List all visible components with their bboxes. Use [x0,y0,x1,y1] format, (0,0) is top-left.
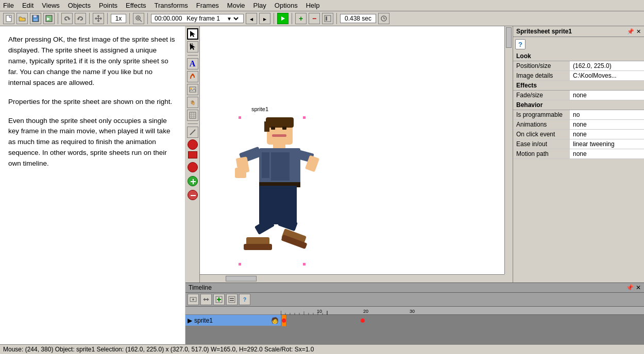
select-tool[interactable] [187,28,198,40]
export-button[interactable]: ▶ [43,13,55,24]
svg-marker-16 [190,31,195,37]
menu-points[interactable]: Points [99,2,117,9]
hand-tool[interactable] [187,97,198,108]
menu-help[interactable]: Help [306,2,320,9]
menu-edit[interactable]: Edit [22,2,33,9]
pin-icon[interactable]: 📌 [627,28,634,35]
tl-add-keyframe[interactable] [188,294,199,305]
menu-play[interactable]: Play [253,2,266,9]
right-panel-header: Spritesheet sprite1 📌 ✕ [513,26,644,37]
timeline-close-icon[interactable]: ✕ [636,284,641,291]
canvas-container[interactable]: sprite1 [200,26,513,282]
prop-label-ease: Ease in/out [513,139,570,149]
svg-rect-22 [191,101,192,104]
tl-move[interactable] [200,294,212,305]
scrollbar-thumb-v[interactable] [506,27,512,48]
vtoolbar-sep-2 [188,123,198,124]
prop-label-position: Position/size [513,61,570,70]
svg-rect-12 [326,16,327,21]
timeline-names: ▶ sprite1 🧑 [185,307,281,326]
frame-select[interactable]: ▼ [225,15,240,22]
sprite-name-label: sprite1 [251,106,268,112]
menu-transforms[interactable]: Transforms [155,2,188,9]
menu-effects[interactable]: Effects [126,2,146,9]
svg-line-15 [384,19,385,19]
play-button[interactable] [277,13,289,24]
section-effects: Effects [513,81,644,91]
prop-label-animations: Animations [513,120,570,129]
clock-button[interactable] [378,13,389,24]
menu-movie[interactable]: Movie [227,2,245,9]
prop-row-motion: Motion path none [513,149,644,159]
tl-help[interactable]: ? [239,294,250,305]
tl-add-frame-btn[interactable] [213,294,225,305]
prop-row-fade: Fade/size none [513,91,644,100]
grid-tool[interactable] [187,110,198,121]
image-tool[interactable] [187,84,198,95]
pan-button[interactable] [93,13,104,24]
frame-options-button[interactable] [322,13,333,24]
prev-frame-button[interactable] [246,13,257,24]
open-button[interactable] [16,13,28,24]
prop-value-fade: none [570,91,644,100]
prop-row-image: Image details C:\KoolMoves... [513,71,644,81]
text-tool[interactable]: A [187,58,198,69]
toolbar-separator-4 [129,13,130,24]
remove-frame-button[interactable]: − [309,13,320,24]
intro-paragraph-2: Properties for the sprite sheet are show… [8,97,177,108]
timeline-track-name[interactable]: ▶ sprite1 🧑 [185,315,281,326]
left-panel: After pressing OK, the first image of th… [0,26,185,344]
menu-frames[interactable]: Frames [196,2,219,9]
frame-label: Key frame 1 [187,15,220,22]
minus-button[interactable] [188,190,198,200]
motion-tool[interactable] [187,71,198,82]
menu-file[interactable]: File [3,2,14,9]
toolbar-separator-5 [147,13,148,24]
svg-rect-33 [266,117,294,128]
menu-views[interactable]: Views [42,2,59,9]
section-look: Look [513,51,644,61]
line-tool[interactable] [187,127,198,138]
canvas-corner [504,274,513,282]
track-name: sprite1 [194,317,213,324]
select-partial-tool[interactable] [187,41,198,52]
redo-button[interactable] [75,13,86,24]
circle-red-2[interactable] [188,162,198,172]
svg-rect-23 [190,112,196,118]
track-icon: ▶ [188,317,192,324]
menu-objects[interactable]: Objects [68,2,91,9]
svg-point-21 [190,88,192,90]
section-behavior: Behavior [513,100,644,110]
timeline: Timeline 📌 ✕ ? [185,282,644,344]
timeline-frames[interactable]: 10 20 30 [281,307,644,326]
undo-button[interactable] [61,13,73,24]
prop-row-programmable: Is programmable no [513,110,644,120]
ruler-ticks [281,307,644,315]
intro-paragraph-1: After pressing OK, the first image of th… [8,34,177,88]
help-button[interactable]: ? [515,39,526,49]
scrollbar-thumb-h[interactable] [226,276,257,281]
zoom-in-button[interactable] [133,13,144,24]
main-layout: After pressing OK, the first image of th… [0,26,644,344]
save-button[interactable] [30,13,41,24]
circle-red[interactable] [188,139,198,150]
vertical-toolbar: A [185,26,200,282]
close-icon[interactable]: ✕ [636,28,641,35]
timeline-frame-row [281,315,644,326]
prop-value-programmable: no [570,110,644,119]
next-frame-button[interactable] [259,13,270,24]
plus-button[interactable] [188,176,198,186]
rect-red[interactable] [188,151,197,158]
canvas-scrollbar-h[interactable] [200,274,504,282]
timeline-header: Timeline 📌 ✕ [185,283,644,293]
canvas-scrollbar-v[interactable] [504,26,513,274]
menu-options[interactable]: Options [275,2,298,9]
add-frame-button[interactable]: + [295,13,307,24]
prop-row-onclick: On click event none [513,130,644,139]
timeline-pin-icon[interactable]: 📌 [626,284,634,291]
tl-frame-props[interactable] [226,294,238,305]
new-button[interactable] [3,13,14,24]
time-value: 00:00.000 [155,15,182,22]
prop-value-motion: none [570,149,644,158]
zoom-level[interactable]: 1x [111,14,126,23]
